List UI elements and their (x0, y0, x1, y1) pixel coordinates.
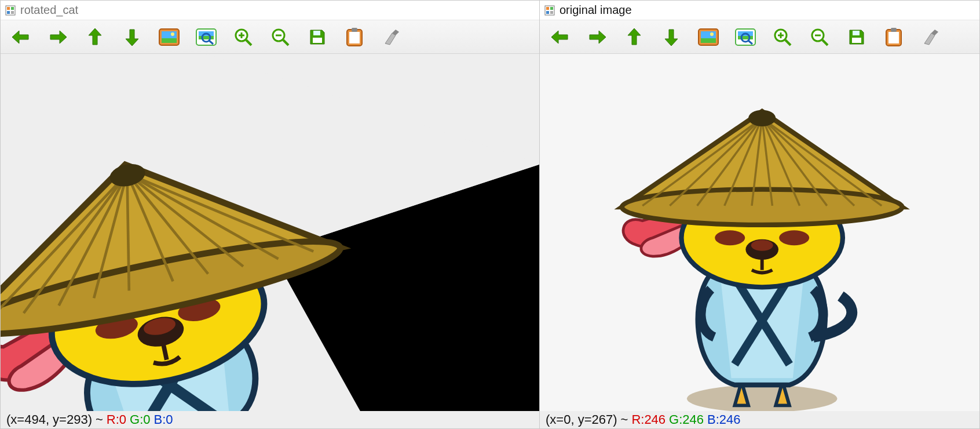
window-title: rotated_cat (20, 3, 78, 17)
clipboard-icon[interactable] (883, 26, 905, 48)
svg-line-15 (246, 40, 251, 45)
magnify-region-icon[interactable] (195, 26, 217, 48)
arrow-left-icon[interactable] (10, 26, 32, 48)
svg-line-19 (283, 40, 288, 45)
svg-rect-53 (550, 11, 553, 14)
status-sep: ~ (621, 412, 628, 427)
image-icon[interactable] (158, 26, 180, 48)
svg-rect-22 (313, 38, 322, 43)
image-canvas-left[interactable] (1, 54, 539, 411)
status-b: B:0 (154, 412, 173, 427)
svg-rect-11 (199, 36, 214, 39)
titlebar-left[interactable]: rotated_cat (1, 1, 539, 20)
app-icon (5, 5, 16, 16)
svg-rect-70 (853, 31, 860, 35)
app-icon (544, 5, 555, 16)
zoom-in-icon[interactable] (232, 26, 254, 48)
svg-rect-1 (7, 7, 10, 10)
status-b: B:246 (707, 412, 741, 427)
toolbar-right (540, 20, 979, 54)
cursor-coords: (x=0, y=267) (546, 412, 617, 427)
window-rotated-cat: rotated_cat (0, 0, 540, 429)
arrow-right-icon[interactable] (586, 26, 608, 48)
clipboard-icon[interactable] (343, 26, 365, 48)
svg-rect-60 (738, 36, 753, 39)
svg-point-76 (687, 385, 838, 411)
window-title: original image (560, 3, 632, 17)
arrow-left-icon[interactable] (549, 26, 571, 48)
arrow-up-icon[interactable] (623, 26, 645, 48)
svg-point-83 (751, 240, 773, 251)
arrow-right-icon[interactable] (47, 26, 69, 48)
svg-point-85 (622, 190, 902, 225)
svg-rect-25 (352, 28, 357, 32)
svg-rect-24 (349, 32, 360, 43)
svg-rect-50 (546, 7, 549, 10)
status-g: G:246 (669, 412, 704, 427)
save-icon[interactable] (846, 26, 868, 48)
titlebar-right[interactable]: original image (540, 1, 979, 20)
svg-rect-71 (852, 38, 861, 43)
svg-line-64 (785, 40, 791, 45)
image-canvas-right[interactable] (540, 54, 979, 411)
svg-rect-7 (162, 38, 177, 43)
statusbar-left: (x=494, y=293) ~ R:0 G:0 B:0 (1, 411, 539, 428)
svg-rect-55 (701, 31, 716, 38)
svg-rect-3 (7, 11, 10, 14)
svg-line-68 (822, 40, 828, 45)
svg-rect-73 (888, 32, 899, 43)
image-icon[interactable] (697, 26, 719, 48)
window-original-image: original image (540, 0, 980, 429)
brush-icon[interactable] (920, 26, 942, 48)
svg-rect-56 (701, 38, 716, 43)
svg-rect-21 (313, 31, 320, 35)
status-r: R:246 (631, 412, 665, 427)
statusbar-right: (x=0, y=267) ~ R:246 G:246 B:246 (540, 411, 979, 428)
zoom-out-icon[interactable] (809, 26, 831, 48)
status-r: R:0 (107, 412, 126, 427)
svg-rect-52 (546, 11, 549, 14)
toolbar-left (1, 20, 539, 54)
arrow-down-icon[interactable] (660, 26, 682, 48)
arrow-up-icon[interactable] (84, 26, 106, 48)
svg-rect-74 (891, 28, 897, 32)
svg-rect-51 (550, 7, 553, 10)
svg-point-57 (710, 32, 714, 36)
svg-rect-4 (11, 11, 14, 14)
svg-point-8 (171, 32, 174, 36)
status-g: G:0 (130, 412, 150, 427)
arrow-down-icon[interactable] (121, 26, 143, 48)
svg-point-96 (748, 110, 776, 126)
zoom-out-icon[interactable] (269, 26, 291, 48)
svg-rect-6 (162, 31, 177, 38)
cursor-coords: (x=494, y=293) (6, 412, 92, 427)
zoom-in-icon[interactable] (771, 26, 793, 48)
magnify-region-icon[interactable] (734, 26, 756, 48)
brush-icon[interactable] (381, 26, 403, 48)
svg-point-81 (779, 230, 809, 245)
status-sep: ~ (96, 412, 103, 427)
svg-rect-2 (11, 7, 14, 10)
save-icon[interactable] (306, 26, 328, 48)
svg-point-80 (715, 230, 745, 245)
